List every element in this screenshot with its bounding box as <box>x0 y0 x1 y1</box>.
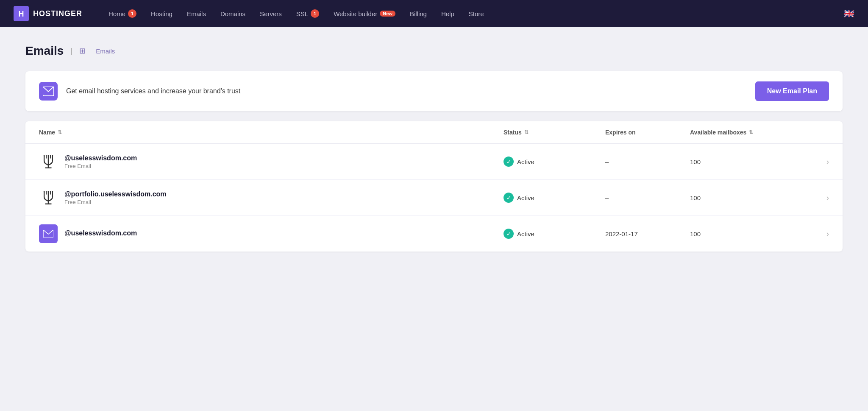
new-email-plan-button[interactable]: New Email Plan <box>755 81 829 101</box>
nav-label-ssl: SSL <box>296 10 308 17</box>
row-arrow-2[interactable]: › <box>809 193 829 202</box>
sort-icon-status: ⇅ <box>524 129 529 135</box>
breadcrumb-home-icon[interactable]: ⊞ <box>79 46 86 56</box>
nav-label-store: Store <box>469 10 484 17</box>
status-check-icon-2: ✓ <box>504 193 514 203</box>
status-text-2: Active <box>517 194 534 201</box>
language-flag-icon[interactable]: 🇬🇧 <box>844 8 854 19</box>
email-info-3: @uselesswisdom.com <box>64 229 137 238</box>
sort-icon-mailboxes: ⇅ <box>749 129 753 135</box>
page-title: Emails <box>25 44 64 58</box>
expires-cell-1: – <box>605 158 690 165</box>
ssl-badge: 1 <box>311 9 319 18</box>
col-header-mailboxes[interactable]: Available mailboxes ⇅ <box>690 129 809 136</box>
nav-item-ssl[interactable]: SSL 1 <box>290 6 325 21</box>
nav-item-home[interactable]: Home 1 <box>103 6 142 21</box>
nav-menu: Home 1 Hosting Emails Domains Servers SS… <box>103 6 844 21</box>
logo[interactable]: H HOSTINGER <box>14 6 82 21</box>
status-text-1: Active <box>517 158 534 165</box>
mail-icon-3 <box>39 224 58 243</box>
nav-item-website-builder[interactable]: Website builder New <box>328 7 401 21</box>
table-row[interactable]: @uselesswisdom.com Free Email ✓ Active –… <box>25 144 843 180</box>
nav-label-billing: Billing <box>410 10 427 17</box>
home-badge: 1 <box>128 9 136 18</box>
email-plan-2: Free Email <box>64 199 167 205</box>
promo-left: Get email hosting services and increase … <box>39 82 240 101</box>
breadcrumb-separator: – <box>89 48 92 55</box>
status-text-3: Active <box>517 230 534 238</box>
logo-icon: H <box>14 6 29 21</box>
expires-cell-3: 2022-01-17 <box>605 230 690 238</box>
website-builder-new-badge: New <box>380 11 395 17</box>
trident-icon-1 <box>39 152 58 171</box>
nav-label-emails: Emails <box>187 10 206 17</box>
nav-label-home: Home <box>108 10 125 17</box>
nav-item-billing[interactable]: Billing <box>404 7 433 21</box>
nav-label-hosting: Hosting <box>151 10 172 17</box>
email-cell-1: @uselesswisdom.com Free Email <box>39 152 504 171</box>
page-header: Emails | ⊞ – Emails <box>25 44 843 58</box>
status-check-icon-1: ✓ <box>504 157 514 167</box>
status-cell-3: ✓ Active <box>504 229 605 239</box>
nav-label-help: Help <box>441 10 454 17</box>
nav-item-domains[interactable]: Domains <box>214 7 251 21</box>
logo-text: HOSTINGER <box>33 9 82 18</box>
col-header-status[interactable]: Status ⇅ <box>504 129 605 136</box>
email-icon <box>43 87 54 96</box>
mailboxes-cell-1: 100 <box>690 158 809 165</box>
nav-item-hosting[interactable]: Hosting <box>145 7 178 21</box>
promo-email-icon <box>39 82 58 101</box>
trident-icon-2 <box>39 188 58 207</box>
email-cell-2: @portfolio.uselesswisdom.com Free Email <box>39 188 504 207</box>
nav-label-website-builder: Website builder <box>334 10 377 17</box>
nav-label-domains: Domains <box>220 10 245 17</box>
nav-item-servers[interactable]: Servers <box>254 7 288 21</box>
nav-label-servers: Servers <box>260 10 282 17</box>
status-cell-2: ✓ Active <box>504 193 605 203</box>
expires-cell-2: – <box>605 194 690 201</box>
email-info-1: @uselesswisdom.com Free Email <box>64 154 137 169</box>
svg-text:H: H <box>19 10 24 18</box>
page-content: Emails | ⊞ – Emails Get email hosting se… <box>0 27 868 268</box>
mailboxes-cell-3: 100 <box>690 230 809 238</box>
breadcrumb-current: Emails <box>96 48 115 55</box>
promo-banner: Get email hosting services and increase … <box>25 71 843 111</box>
email-name-2: @portfolio.uselesswisdom.com <box>64 190 167 198</box>
table-header: Name ⇅ Status ⇅ Expires on Available mai… <box>25 121 843 144</box>
sort-icon-name: ⇅ <box>58 129 62 135</box>
nav-item-emails[interactable]: Emails <box>181 7 212 21</box>
navbar-right: 🇬🇧 <box>844 8 854 19</box>
table-row[interactable]: @uselesswisdom.com ✓ Active 2022-01-17 1… <box>25 216 843 252</box>
status-check-icon-3: ✓ <box>504 229 514 239</box>
breadcrumb-divider: | <box>70 47 72 56</box>
email-name-1: @uselesswisdom.com <box>64 154 137 162</box>
email-info-2: @portfolio.uselesswisdom.com Free Email <box>64 190 167 205</box>
breadcrumb: ⊞ – Emails <box>79 46 115 56</box>
promo-text: Get email hosting services and increase … <box>66 87 240 95</box>
mailboxes-cell-2: 100 <box>690 194 809 201</box>
email-cell-3: @uselesswisdom.com <box>39 224 504 243</box>
table-row[interactable]: @portfolio.uselesswisdom.com Free Email … <box>25 180 843 216</box>
nav-item-help[interactable]: Help <box>435 7 460 21</box>
status-cell-1: ✓ Active <box>504 157 605 167</box>
email-name-3: @uselesswisdom.com <box>64 229 137 237</box>
row-arrow-1[interactable]: › <box>809 157 829 166</box>
row-arrow-3[interactable]: › <box>809 229 829 238</box>
navbar: H HOSTINGER Home 1 Hosting Emails Domain… <box>0 0 868 27</box>
email-table: Name ⇅ Status ⇅ Expires on Available mai… <box>25 121 843 252</box>
email-plan-1: Free Email <box>64 163 137 169</box>
col-header-expires: Expires on <box>605 129 690 136</box>
col-header-name[interactable]: Name ⇅ <box>39 129 504 136</box>
nav-item-store[interactable]: Store <box>463 7 490 21</box>
